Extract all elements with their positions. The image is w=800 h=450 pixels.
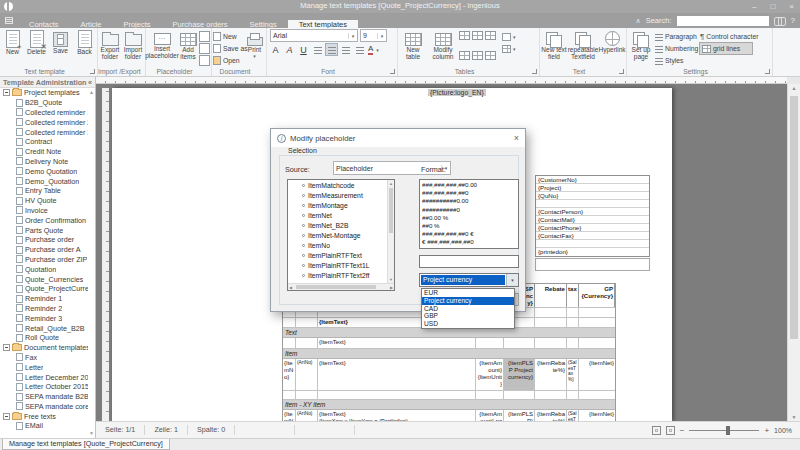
dialog-launcher-icon[interactable] xyxy=(532,69,537,74)
info-row[interactable]: {Project} xyxy=(536,184,649,192)
tree-item[interactable]: Free texts xyxy=(0,411,88,421)
print-dropdown-icon[interactable]: ▾ xyxy=(253,54,256,59)
zoom-slider-thumb[interactable] xyxy=(726,426,730,435)
tree-item[interactable]: Quote_Currencies xyxy=(0,274,88,284)
align-justify-button[interactable] xyxy=(354,44,365,55)
currency-select[interactable]: Project currency ▾ xyxy=(419,273,519,287)
scrollbar-thumb[interactable] xyxy=(790,96,798,339)
sidebar-collapse-icon[interactable]: « xyxy=(88,78,92,86)
insert-placeholder-button[interactable]: ···Insert placeholder xyxy=(147,30,177,68)
document-open-button[interactable]: Open xyxy=(213,55,243,66)
merge-cells-icon[interactable] xyxy=(485,31,496,40)
tree-item[interactable]: Letter October 2015 xyxy=(0,382,88,392)
list-vertical-scrollbar[interactable]: ▲ ▼ xyxy=(387,180,394,283)
align-center-button[interactable] xyxy=(326,44,337,55)
zoom-in-button[interactable]: + xyxy=(764,426,769,435)
info-row[interactable] xyxy=(536,240,649,248)
collapse-ribbon-icon[interactable]: ∧ xyxy=(636,17,641,25)
align-left-button[interactable] xyxy=(312,44,323,55)
scrollbar-thumb[interactable] xyxy=(296,285,376,289)
tree-item[interactable]: Demo_Quotation xyxy=(0,176,88,186)
list-horizontal-scrollbar[interactable]: ◀ ▶ xyxy=(288,283,394,290)
placeholder-list-item[interactable]: ItemNo xyxy=(288,240,394,250)
currency-option[interactable]: USD xyxy=(422,320,514,328)
set-up-page-button[interactable]: Set up page xyxy=(628,30,654,68)
new-template-button[interactable]: ＋New xyxy=(1,30,24,68)
tree-item[interactable]: Reminder 1 xyxy=(0,294,88,304)
placeholder-list-item[interactable]: ItemNet xyxy=(288,210,394,220)
tree-item[interactable]: Delivery Note xyxy=(0,157,88,167)
bold-button[interactable]: A xyxy=(270,45,281,55)
dialog-launcher-icon[interactable] xyxy=(390,69,395,74)
add-items-button[interactable]: Add items xyxy=(178,30,198,68)
placeholder-list-item[interactable]: ItemPlainRTFText2ff xyxy=(288,270,394,280)
tree-item[interactable]: SEPA mandate B2B xyxy=(0,392,88,402)
borders-button[interactable]: ▾ xyxy=(502,43,516,54)
info-row[interactable]: {ContactPhone} xyxy=(536,224,649,232)
search-input[interactable] xyxy=(677,16,769,26)
help-button[interactable]: ? xyxy=(791,16,795,25)
currency-option[interactable]: Project currency xyxy=(422,297,514,305)
tree-item[interactable]: EMail xyxy=(0,421,88,431)
currency-option[interactable]: CAD xyxy=(422,305,514,313)
dialog-launcher-icon[interactable] xyxy=(619,69,624,74)
modify-column-button[interactable]: Modify column xyxy=(428,30,458,68)
chevron-down-icon[interactable]: ▾ xyxy=(506,274,518,286)
format-option[interactable]: ###,###,###,##0.00 xyxy=(422,181,516,189)
tree-item[interactable]: Credit Note xyxy=(0,147,88,157)
currency-option[interactable]: GBP xyxy=(422,312,514,320)
info-row[interactable]: {ContactMail} xyxy=(536,216,649,224)
zoom-out-button[interactable]: − xyxy=(680,426,685,435)
format-option[interactable]: ##0.00 % xyxy=(422,214,516,222)
info-row[interactable]: {ContactPerson} xyxy=(536,208,649,216)
font-color-button[interactable]: A xyxy=(368,45,373,55)
tree-item[interactable]: Parts Quote xyxy=(0,225,88,235)
fit-width-icon[interactable] xyxy=(666,426,675,435)
control-character-button[interactable]: ¶Control character xyxy=(700,31,768,42)
shading-button[interactable]: ▾ xyxy=(502,31,516,42)
placeholder-list-item[interactable]: ItemPlainRTFText1L xyxy=(288,260,394,270)
split-cells-icon[interactable] xyxy=(459,51,470,60)
underline-button[interactable]: U xyxy=(298,45,309,55)
tree-item[interactable]: Demo Quotation xyxy=(0,166,88,176)
tree-item[interactable]: Document templates xyxy=(0,343,88,353)
tree-item[interactable]: Purchase order ZIP xyxy=(0,255,88,265)
font-family-select[interactable]: Arial▾ xyxy=(270,29,358,42)
tree-item[interactable]: HV Quote xyxy=(0,196,88,206)
info-row[interactable]: {printedon} xyxy=(536,248,649,256)
tree-item[interactable]: Project templates xyxy=(0,88,88,98)
align-right-button[interactable] xyxy=(340,44,351,55)
vertical-scrollbar[interactable]: ▲ ▼ xyxy=(787,84,800,421)
tree-item[interactable]: Purchase order A xyxy=(0,245,88,255)
tree-item[interactable]: Quote_ProjectCurrency xyxy=(0,284,88,294)
format-option[interactable]: ##########0 xyxy=(422,206,516,214)
tree-item[interactable]: SEPA mandate core xyxy=(0,402,88,412)
tree-item[interactable]: Contract xyxy=(0,137,88,147)
tree-item[interactable]: Collected reminder 1 xyxy=(0,108,88,118)
back-button[interactable]: ←Back xyxy=(73,30,96,68)
placeholder-list-item[interactable]: ItemMeasurement xyxy=(288,190,394,200)
close-button[interactable]: × xyxy=(789,2,794,11)
custom-format-input[interactable] xyxy=(419,255,519,268)
save-template-button[interactable]: Save xyxy=(49,30,72,68)
dialog-close-button[interactable]: × xyxy=(514,133,519,143)
insert-row-above-icon[interactable] xyxy=(459,31,470,40)
numbering-button[interactable]: Numbering xyxy=(655,43,699,54)
info-extra-box[interactable] xyxy=(535,258,650,271)
selected-placeholder-cell[interactable]: {ItemPLSP Project currency} xyxy=(504,359,535,390)
scroll-down-icon[interactable]: ▼ xyxy=(788,414,800,420)
tree-item[interactable]: Quotation xyxy=(0,264,88,274)
info-row[interactable] xyxy=(536,200,649,208)
tree-item[interactable]: Reminder 2 xyxy=(0,304,88,314)
tree-item[interactable]: Letter xyxy=(0,362,88,372)
open-window-tab[interactable]: Manage text templates [Quote_ProjectCurr… xyxy=(2,439,170,450)
maximize-button[interactable]: □ xyxy=(770,2,775,11)
delete-row-icon[interactable] xyxy=(472,51,483,60)
scroll-down-icon[interactable]: ▼ xyxy=(89,430,94,436)
info-row[interactable]: {QuNo} xyxy=(536,192,649,200)
placeholder-list-item[interactable]: ItemMatchcode xyxy=(288,180,394,190)
expander-icon[interactable] xyxy=(3,344,10,351)
paragraph-button[interactable]: Paragraph xyxy=(655,31,699,42)
italic-button[interactable]: A xyxy=(284,45,295,55)
expander-icon[interactable] xyxy=(3,413,10,420)
